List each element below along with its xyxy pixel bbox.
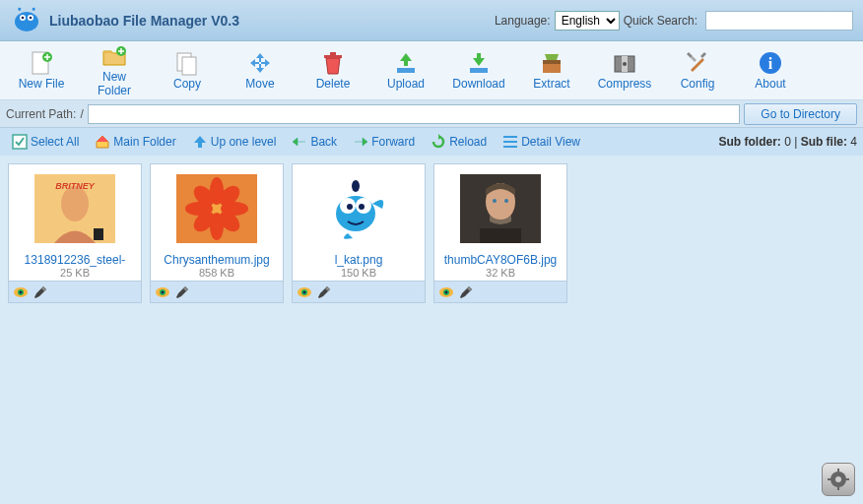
move-button[interactable]: Move (225, 45, 296, 96)
tool-label: Extract (533, 78, 569, 91)
list-icon (502, 134, 518, 150)
select-all-action[interactable]: Select All (6, 132, 85, 152)
reload-action[interactable]: Reload (425, 132, 493, 152)
copy-button[interactable]: Copy (152, 45, 223, 96)
quick-search-input[interactable] (705, 11, 853, 31)
file-card[interactable]: Chrysanthemum.jpg858 KB (150, 163, 284, 303)
view-icon[interactable] (438, 285, 454, 299)
quick-search-label: Quick Search: (624, 14, 697, 28)
file-grid: BRITNEY1318912236_steel-25 KBChrysanthem… (0, 156, 863, 311)
view-icon[interactable] (297, 285, 312, 299)
edit-icon[interactable] (174, 285, 190, 299)
file-thumbnail (293, 164, 425, 253)
svg-rect-15 (543, 60, 561, 64)
view-icon[interactable] (13, 285, 29, 299)
delete-button[interactable]: Delete (298, 45, 368, 96)
app-title: Liubaobao File Manager V0.3 (49, 13, 239, 29)
svg-point-0 (15, 12, 38, 32)
svg-rect-68 (845, 478, 849, 480)
upload-icon (393, 50, 419, 76)
svg-point-18 (623, 62, 627, 66)
tool-label: About (755, 78, 785, 91)
action-bar: Select All Main Folder Up one level Back… (0, 128, 863, 156)
extract-icon (539, 50, 564, 76)
file-card[interactable]: BRITNEY1318912236_steel-25 KB (8, 163, 142, 303)
up-arrow-icon (192, 134, 208, 150)
file-card[interactable]: thumbCAY8OF6B.jpg32 KB (433, 163, 567, 303)
file-size: 25 KB (9, 267, 141, 279)
file-thumbnail: BRITNEY (9, 164, 141, 253)
new-folder-button[interactable]: NewFolder (79, 45, 150, 96)
tool-label: Download (452, 78, 504, 91)
compress-icon (612, 50, 637, 76)
svg-point-54 (303, 290, 306, 293)
new-file-icon (29, 50, 54, 76)
forward-arrow-icon (353, 134, 368, 150)
download-button[interactable]: Download (443, 45, 514, 96)
settings-corner-button[interactable] (822, 463, 855, 496)
reload-icon (431, 134, 446, 150)
detail-view-action[interactable]: Detail View (497, 132, 586, 152)
svg-point-3 (22, 16, 25, 19)
svg-rect-28 (94, 228, 103, 240)
main-folder-action[interactable]: Main Folder (89, 132, 181, 152)
svg-rect-13 (470, 68, 488, 73)
language-select[interactable]: English (555, 11, 620, 31)
svg-point-58 (493, 199, 497, 203)
extract-button[interactable]: Extract (516, 45, 587, 96)
path-bar: Current Path: / Go to Directory (0, 100, 863, 128)
language-label: Language: (495, 14, 551, 28)
svg-point-4 (30, 16, 33, 19)
svg-text:BRITNEY: BRITNEY (55, 181, 95, 191)
svg-point-62 (445, 290, 448, 293)
file-thumbnail (434, 164, 566, 253)
back-action[interactable]: Back (286, 132, 343, 152)
checkbox-icon (12, 134, 28, 150)
tool-label: Move (245, 78, 274, 91)
compress-button[interactable]: Compress (589, 45, 660, 96)
tool-label: Delete (316, 78, 351, 91)
go-to-directory-button[interactable]: Go to Directory (744, 103, 857, 125)
file-name: 1318912236_steel- (9, 253, 141, 267)
forward-action[interactable]: Forward (347, 132, 421, 152)
download-icon (466, 50, 492, 76)
svg-rect-10 (324, 55, 342, 58)
file-size: 858 KB (151, 267, 283, 279)
svg-point-31 (20, 290, 23, 293)
app-logo-icon (10, 4, 43, 37)
view-icon[interactable] (155, 285, 170, 299)
file-card[interactable]: l_kat.png150 KB (292, 163, 426, 303)
new-file-button[interactable]: New File (6, 45, 77, 96)
file-size: 32 KB (434, 267, 566, 279)
edit-icon[interactable] (316, 285, 332, 299)
svg-text:i: i (768, 55, 773, 72)
upload-button[interactable]: Upload (370, 45, 441, 96)
header-bar: Liubaobao File Manager V0.3 Language: En… (0, 0, 863, 41)
current-path-label: Current Path: (6, 107, 76, 121)
home-icon (95, 134, 110, 150)
svg-rect-24 (503, 146, 517, 148)
tool-label: NewFolder (98, 71, 131, 96)
file-thumbnail (151, 164, 283, 253)
path-input[interactable] (88, 104, 741, 124)
about-button[interactable]: iAbout (735, 45, 806, 96)
svg-rect-66 (837, 486, 839, 490)
copy-icon (174, 50, 200, 76)
back-arrow-icon (292, 134, 307, 150)
svg-rect-9 (182, 57, 196, 75)
config-button[interactable]: Config (662, 45, 733, 96)
svg-rect-22 (503, 136, 517, 138)
svg-rect-11 (330, 52, 336, 55)
svg-point-64 (835, 476, 841, 482)
svg-point-49 (347, 204, 353, 210)
svg-point-51 (352, 180, 360, 192)
tool-label: New File (19, 78, 65, 91)
up-one-level-action[interactable]: Up one level (186, 132, 283, 152)
edit-icon[interactable] (458, 285, 474, 299)
svg-point-44 (162, 290, 165, 293)
file-actions (293, 281, 425, 302)
svg-rect-65 (837, 469, 839, 472)
file-name: Chrysanthemum.jpg (151, 253, 283, 267)
edit-icon[interactable] (33, 285, 48, 299)
tool-label: Compress (598, 78, 652, 91)
